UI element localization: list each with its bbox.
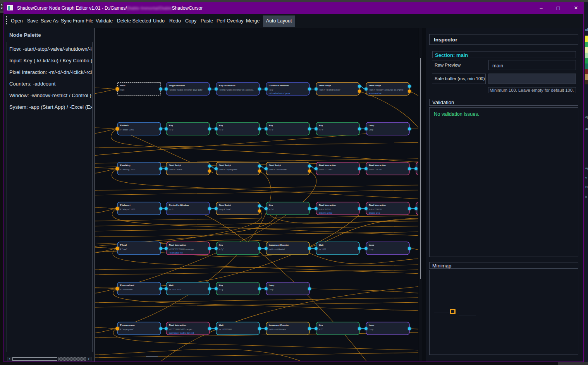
svg-text:P attack: P attack (120, 124, 129, 127)
svg-text:-lclick 778 766: -lclick 778 766 (369, 168, 382, 171)
svg-text:Key: Key (219, 284, 223, 286)
svg-text:Increment Counter: Increment Counter (269, 244, 289, 246)
svg-text:-cc 0: -cc 0 (269, 89, 273, 91)
svg-text:-k "4": -k "4" (319, 129, 323, 131)
svg-text:P "supergower": P "supergower" (120, 328, 134, 331)
svg-text:-w 100000000: -w 100000000 (219, 328, 232, 331)
svg-text:Key: Key (269, 204, 273, 206)
svg-text:P normalheal: P normalheal (120, 284, 134, 286)
svg-text:Pixel Interaction: Pixel Interaction (319, 204, 336, 206)
svg-text:-k "r": -k "r" (319, 328, 323, 331)
svg-text:Key: Key (269, 124, 273, 127)
svg-text:Pixel Interaction: Pixel Interaction (169, 324, 186, 326)
svg-text:-addcount Healed: -addcount Healed (269, 248, 285, 250)
svg-text:Pixel Interaction: Pixel Interaction (369, 204, 386, 206)
svg-text:Key: Key (219, 244, 223, 246)
svg-text:Key: Key (169, 124, 173, 127)
svg-text:-start P "deathdetection": -start P "deathdetection" (319, 89, 340, 91)
svg-text:old method out of game: old method out of game (269, 92, 290, 94)
svg-text:-w 1000: -w 1000 (319, 248, 326, 250)
svg-text:Loop: Loop (369, 328, 373, 331)
svg-text:Control In Window: Control In Window (269, 84, 289, 87)
svg-text:-cc 0: -cc 0 (169, 208, 173, 211)
svg-text:Healing bar red: Healing bar red (169, 252, 183, 254)
svg-text:Key: Key (219, 124, 223, 127)
svg-text:-k "m": -k "m" (269, 208, 274, 211)
svg-text:Loop: Loop (269, 288, 273, 291)
svg-text:P "teleport" 1000: P "teleport" 1000 (120, 208, 135, 211)
svg-text:-d 197 132.00000 c=orange: -d 197 132.00000 c=orange (169, 248, 194, 250)
svg-text:Wait: Wait (219, 324, 224, 326)
svg-text:Wait: Wait (319, 244, 323, 246)
svg-text:Target Window: Target Window (169, 84, 185, 87)
svg-text:choose area: choose area (369, 212, 380, 214)
svg-text:Start Script: Start Script (169, 164, 181, 166)
svg-text:main: main (120, 84, 126, 87)
svg-text:-stop P "heal": -stop P "heal" (219, 208, 231, 211)
svg-text:-k "g": -k "g" (219, 288, 224, 291)
svg-text:P "normalheal": P "normalheal" (120, 288, 133, 291)
svg-text:Start Script: Start Script (269, 164, 281, 166)
svg-text:-restrict "Diablo Immortal" al: -restrict "Diablo Immortal" alt+g annou.… (219, 89, 254, 91)
svg-text:-k "1": -k "1" (169, 129, 174, 131)
svg-text:-k "g": -k "g" (219, 248, 224, 250)
svg-text:Key: Key (319, 124, 323, 127)
svg-text:Control In Window: Control In Window (169, 204, 189, 206)
svg-text:Pixel Interaction: Pixel Interaction (319, 164, 336, 166)
svg-text:announcechat: announcechat (369, 92, 382, 94)
svg-text:supergower loading bar end: supergower loading bar end (169, 332, 194, 334)
svg-text:Loop: Loop (369, 244, 375, 246)
svg-text:-addcount Ultimate: -addcount Ultimate (269, 328, 286, 331)
svg-text:-k "2": -k "2" (219, 129, 224, 131)
svg-text:Loop: Loop (369, 324, 375, 326)
svg-text:Key Restriction: Key Restriction (219, 84, 236, 87)
svg-text:P "heal": P "heal" (120, 248, 127, 250)
svg-text:-start P "normalheal": -start P "normalheal" (269, 168, 287, 171)
svg-text:-k "3": -k "3" (269, 129, 273, 131)
svg-text:Loop: Loop (369, 248, 373, 250)
svg-text:-lclick 1177 867: -lclick 1177 867 (319, 168, 333, 171)
svg-text:-start P "supergower": -start P "supergower" (219, 168, 238, 171)
svg-text:Pixel Interaction: Pixel Interaction (169, 244, 186, 246)
svg-text:P "attack" 1000: P "attack" 1000 (120, 129, 134, 131)
svg-text:P heal: P heal (120, 244, 127, 246)
svg-text:Start Script: Start Script (319, 84, 331, 87)
svg-text:-start P "teleport" announce a: -start P "teleport" announce as a=grind (369, 89, 403, 91)
svg-text:P supergower: P supergower (120, 324, 135, 326)
svg-text:Loop: Loop (269, 284, 275, 286)
svg-text:Key: Key (319, 324, 323, 326)
svg-text:click the ambro: click the ambro (319, 212, 332, 214)
svg-text:Stop Script: Stop Script (219, 204, 231, 206)
svg-text:-window "Diablo Immortal" 1920: -window "Diablo Immortal" 1920 1080 (169, 89, 203, 91)
svg-text:main: main (120, 89, 124, 91)
svg-text:Pixel Interaction: Pixel Interaction (369, 164, 386, 166)
svg-text:-w 1000 2000: -w 1000 2000 (169, 288, 181, 291)
svg-text:-lclick 229 626: -lclick 229 626 (369, 208, 382, 211)
svg-text:P teleport: P teleport (120, 204, 131, 206)
svg-text:Start Script: Start Script (369, 84, 381, 87)
svg-text:Start Script: Start Script (219, 164, 231, 166)
svg-text:Loop: Loop (369, 124, 375, 127)
svg-text:-d 1771 880 1df75 c=cyan: -d 1771 880 1df75 c=cyan (169, 328, 192, 331)
svg-text:-start P "attack": -start P "attack" (169, 168, 183, 171)
svg-text:Increment Counter: Increment Counter (269, 324, 289, 326)
svg-text:-lclick 70 326: -lclick 70 326 (319, 208, 330, 211)
svg-text:Wait: Wait (169, 284, 174, 286)
svg-text:Loop: Loop (369, 129, 373, 131)
svg-text:P walking: P walking (120, 164, 131, 166)
svg-text:P "walking" 2200: P "walking" 2200 (120, 168, 135, 171)
